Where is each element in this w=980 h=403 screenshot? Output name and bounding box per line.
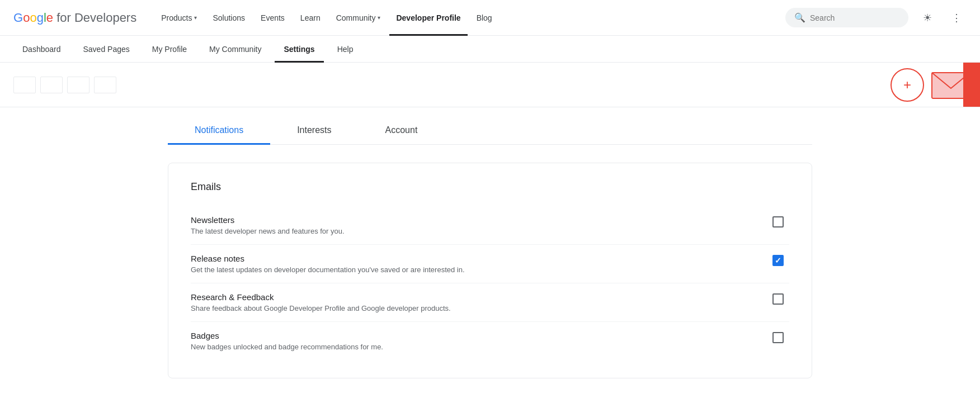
email-option-research-feedback: Research & Feedback Share feedback about…	[191, 283, 789, 322]
email-card: Emails Newsletters The latest developer …	[168, 163, 812, 378]
release-notes-label: Release notes	[191, 254, 767, 263]
hero-plus-circle: +	[891, 68, 924, 102]
newsletters-checkbox-container	[767, 215, 789, 227]
newsletters-label: Newsletters	[191, 215, 767, 225]
nav-label-solutions: Solutions	[213, 13, 245, 22]
main-content: Notifications Interests Account Emails N…	[154, 116, 826, 378]
theme-toggle-icon[interactable]: ☀	[917, 8, 937, 28]
decoration-block-2	[40, 77, 63, 93]
search-icon: 🔍	[794, 12, 805, 23]
decoration-block-4	[94, 77, 116, 93]
nav-item-events[interactable]: Events	[254, 0, 291, 36]
search-box[interactable]: 🔍	[785, 8, 908, 27]
nav-right: 🔍 ☀ ⋮	[785, 8, 967, 28]
tab-account[interactable]: Account	[359, 116, 445, 144]
email-option-research-text: Research & Feedback Share feedback about…	[191, 292, 767, 312]
second-nav-help[interactable]: Help	[328, 36, 362, 63]
nav-label-blog: Blog	[477, 13, 492, 22]
research-feedback-desc: Share feedback about Google Developer Pr…	[191, 304, 767, 312]
email-option-newsletters: Newsletters The latest developer news an…	[191, 206, 789, 245]
tab-notifications[interactable]: Notifications	[168, 116, 270, 144]
research-feedback-checkbox-container	[767, 292, 789, 305]
logo[interactable]: Google for Developers	[13, 11, 136, 25]
nav-item-blog[interactable]: Blog	[470, 0, 499, 36]
badges-label: Badges	[191, 331, 767, 340]
research-feedback-checkbox[interactable]	[772, 293, 784, 305]
nav-item-products[interactable]: Products ▾	[154, 0, 204, 36]
chevron-down-icon: ▾	[194, 15, 197, 21]
hero-red-bar	[963, 63, 980, 107]
second-nav-dashboard[interactable]: Dashboard	[13, 36, 70, 63]
decoration-block-3	[67, 77, 89, 93]
nav-label-developer-profile: Developer Profile	[396, 13, 460, 22]
second-nav-my-community[interactable]: My Community	[200, 36, 270, 63]
research-feedback-label: Research & Feedback	[191, 292, 767, 302]
newsletters-desc: The latest developer news and features f…	[191, 227, 767, 235]
release-notes-checkbox-container	[767, 254, 789, 266]
nav-label-events: Events	[261, 13, 285, 22]
release-notes-desc: Get the latest updates on developer docu…	[191, 265, 767, 274]
nav-item-learn[interactable]: Learn	[294, 0, 327, 36]
hero-decoration: +	[812, 63, 980, 107]
more-options-icon[interactable]: ⋮	[946, 8, 967, 28]
nav-items: Products ▾ Solutions Events Learn Commun…	[154, 0, 785, 36]
second-nav-saved-pages[interactable]: Saved Pages	[74, 36, 139, 63]
badges-desc: New badges unlocked and badge recommenda…	[191, 343, 767, 351]
nav-label-learn: Learn	[300, 13, 321, 22]
badges-checkbox-container	[767, 331, 789, 343]
newsletters-checkbox[interactable]	[772, 216, 784, 227]
nav-label-products: Products	[161, 13, 192, 22]
nav-item-solutions[interactable]: Solutions	[206, 0, 252, 36]
top-navigation: Google for Developers Products ▾ Solutio…	[0, 0, 980, 36]
nav-label-community: Community	[336, 13, 376, 22]
nav-item-community[interactable]: Community ▾	[329, 0, 388, 36]
tab-interests[interactable]: Interests	[270, 116, 358, 144]
email-option-badges: Badges New badges unlocked and badge rec…	[191, 322, 789, 360]
email-option-newsletters-text: Newsletters The latest developer news an…	[191, 215, 767, 235]
logo-text: Google for Developers	[13, 11, 136, 25]
decoration-block-1	[13, 77, 36, 93]
chevron-down-icon-community: ▾	[378, 15, 380, 21]
email-option-release-notes-text: Release notes Get the latest updates on …	[191, 254, 767, 274]
release-notes-checkbox[interactable]	[772, 255, 784, 266]
email-card-title: Emails	[191, 181, 789, 193]
second-navigation: Dashboard Saved Pages My Profile My Comm…	[0, 36, 980, 63]
badges-checkbox[interactable]	[772, 332, 784, 343]
second-nav-my-profile[interactable]: My Profile	[143, 36, 196, 63]
settings-tabs: Notifications Interests Account	[168, 116, 812, 145]
search-input[interactable]	[810, 13, 899, 22]
second-nav-settings[interactable]: Settings	[275, 36, 323, 63]
hero-banner: +	[0, 63, 980, 107]
email-option-badges-text: Badges New badges unlocked and badge rec…	[191, 331, 767, 351]
email-option-release-notes: Release notes Get the latest updates on …	[191, 245, 789, 283]
nav-item-developer-profile[interactable]: Developer Profile	[389, 0, 467, 36]
hero-decorative-lines	[0, 63, 336, 107]
